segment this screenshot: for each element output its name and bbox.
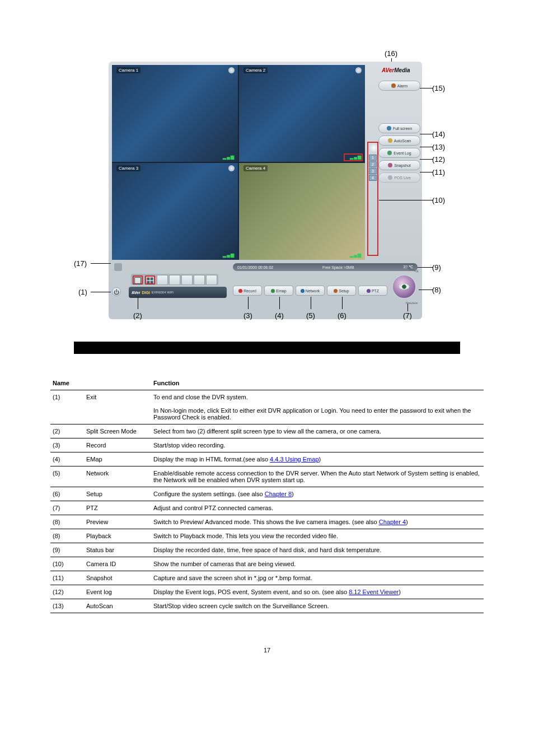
pos-icon xyxy=(388,175,392,180)
svg-rect-0 xyxy=(134,277,140,283)
row-func: Display the Event logs, POS event, Syste… xyxy=(151,585,484,599)
record-button[interactable]: Record xyxy=(233,286,262,296)
callout-4: (4) xyxy=(275,311,284,320)
camera-tile-2[interactable]: Camera 2 ▂▄▆ xyxy=(239,65,365,162)
leader-line xyxy=(248,297,249,309)
network-button[interactable]: Network xyxy=(296,286,325,296)
separator-bar xyxy=(74,342,460,354)
row-no: (7) xyxy=(50,501,84,515)
svg-rect-2 xyxy=(151,277,153,280)
row-name: AutoScan xyxy=(84,599,151,613)
link-chapter8[interactable]: Chapter 8 xyxy=(265,491,292,497)
row-func: Display the recorded date, time, free sp… xyxy=(151,543,484,557)
row-name: Snapshot xyxy=(84,571,151,585)
row-no: (1) xyxy=(50,390,84,404)
eventlog-label: Event Log xyxy=(394,151,411,155)
row-no: (10) xyxy=(50,557,84,571)
row-name: Exit xyxy=(84,390,151,404)
leader-line xyxy=(342,297,343,309)
row-func: Display the map in HTML format.(see also… xyxy=(151,452,484,466)
status-space: Free Space =0MB xyxy=(322,265,354,269)
leader-line xyxy=(419,290,433,290)
leader-line xyxy=(311,297,311,309)
layout-button[interactable] xyxy=(157,275,168,285)
setup-icon xyxy=(334,289,338,293)
callout-9: (9) xyxy=(432,263,441,272)
layout-quad-button[interactable] xyxy=(144,275,156,285)
link-emap[interactable]: 4.4.3 Using Emap xyxy=(270,456,318,463)
camera-tile-4[interactable]: Camera 4 ▂▄▆ xyxy=(239,163,365,260)
gear-icon xyxy=(355,67,362,73)
highlight-camera-id xyxy=(367,142,378,256)
leader-line xyxy=(91,263,111,264)
virtual-keyboard-icon[interactable] xyxy=(114,263,122,271)
side-button-column: Alarm Full screen AutoScan Event Log Sna… xyxy=(378,81,420,183)
svg-rect-1 xyxy=(147,277,149,280)
leader-line xyxy=(420,88,433,88)
layout-button[interactable] xyxy=(169,275,180,285)
emap-icon xyxy=(271,289,275,293)
eventlog-button[interactable]: Event Log xyxy=(378,148,420,158)
leader-line xyxy=(138,297,138,309)
row-func: Enable/disable remote access connection … xyxy=(151,466,484,487)
snapshot-icon xyxy=(388,163,392,167)
row-name: Camera ID xyxy=(84,557,151,571)
col-header-function: Function xyxy=(151,376,484,390)
row-no: (13) xyxy=(50,599,84,613)
layout-button[interactable] xyxy=(206,275,217,285)
callout-8: (8) xyxy=(432,286,441,294)
link-event-viewer[interactable]: 8.12 Event Viewer xyxy=(349,589,399,595)
autoscan-icon xyxy=(388,138,392,143)
autoscan-button[interactable]: AutoScan xyxy=(378,136,420,146)
row-no: (2) xyxy=(50,424,84,438)
preview-playback-eye[interactable] xyxy=(392,274,416,299)
row-no: (6) xyxy=(50,487,84,501)
leader-line xyxy=(420,159,433,160)
setup-button[interactable]: Setup xyxy=(327,286,356,296)
callout-12: (12) xyxy=(432,155,445,164)
fullscreen-button[interactable]: Full screen xyxy=(378,123,420,133)
setup-label: Setup xyxy=(339,289,349,293)
leader-line xyxy=(420,147,433,147)
posviewer-button[interactable]: POS Live xyxy=(378,172,420,183)
alarm-label: Alarm xyxy=(397,84,407,88)
callout-13: (13) xyxy=(432,143,445,151)
layout-single-button[interactable] xyxy=(132,275,143,285)
leader-line xyxy=(420,172,433,172)
leader-line xyxy=(379,200,433,200)
link-chapter4[interactable]: Chapter 4 xyxy=(379,519,406,525)
alarm-button[interactable]: Alarm xyxy=(378,81,420,91)
record-label: Record xyxy=(243,289,256,293)
camera-tile-1[interactable]: Camera 1 ▂▄▆ xyxy=(112,65,238,162)
brand-logo: AVerMedia xyxy=(382,67,410,73)
ptz-button[interactable]: PTZ xyxy=(358,286,387,296)
svg-rect-4 xyxy=(151,281,153,284)
snapshot-button[interactable]: Snapshot xyxy=(378,160,420,170)
ptz-icon xyxy=(367,289,371,293)
camera-tile-3[interactable]: Camera 3 ▂▄▆ xyxy=(112,163,238,260)
audio-icon xyxy=(228,67,235,73)
audio-icon xyxy=(228,165,235,171)
function-table: Name Function (1) Exit To end and close … xyxy=(50,376,484,613)
camera-label: Camera 2 xyxy=(243,67,268,73)
row-func: Start/stop video recording. xyxy=(151,438,484,452)
exit-button[interactable]: ⏻ xyxy=(112,287,121,296)
emap-label: Emap xyxy=(276,289,286,293)
row-func: Switch to Preview/ Advanced mode. This s… xyxy=(151,515,484,529)
row-func: Adjust and control PTZ connected cameras… xyxy=(151,501,484,515)
layout-button[interactable] xyxy=(194,275,205,285)
camera-label: Camera 4 xyxy=(243,165,268,171)
model-c: EXR6004 WiFi xyxy=(152,291,174,294)
brand-part-a: AVer xyxy=(382,67,394,73)
network-label: Network xyxy=(306,289,320,293)
camera-label: Camera 1 xyxy=(116,67,140,73)
callout-7: (7) xyxy=(403,311,412,320)
posviewer-label: POS Live xyxy=(394,176,411,180)
row-name: Preview xyxy=(84,515,151,529)
callout-10: (10) xyxy=(432,196,445,204)
row-func-cont: In Non-login mode, click Exit to either … xyxy=(151,404,484,424)
eventlog-icon xyxy=(387,151,392,155)
emap-button[interactable]: Emap xyxy=(264,286,293,296)
row-no: (8) xyxy=(50,515,84,529)
layout-button[interactable] xyxy=(181,275,193,285)
